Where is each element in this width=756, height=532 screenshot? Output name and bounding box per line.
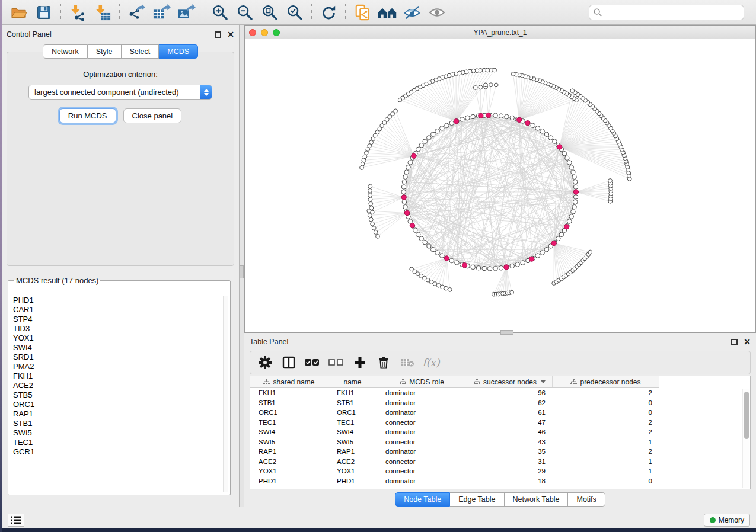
mcds-result-item[interactable]: SWI5	[11, 428, 223, 438]
mcds-hub-node[interactable]	[564, 225, 569, 229]
table-scrollbar[interactable]	[742, 389, 749, 488]
mcds-hub-node[interactable]	[573, 190, 578, 194]
network-node[interactable]	[510, 264, 515, 268]
splitter-grip[interactable]	[240, 265, 244, 278]
mcds-hub-node[interactable]	[504, 265, 509, 270]
add-column-button[interactable]	[352, 355, 368, 370]
network-node[interactable]	[476, 265, 481, 270]
network-node[interactable]	[548, 136, 553, 140]
mcds-result-item[interactable]: CAR1	[11, 305, 223, 315]
mcds-hub-node[interactable]	[525, 121, 530, 126]
delete-column-button[interactable]	[376, 355, 391, 370]
zoom-fit-button[interactable]	[257, 2, 282, 23]
show-all-button[interactable]	[425, 2, 449, 23]
close-panel-icon[interactable]: ✕	[227, 31, 234, 38]
mcds-result-item[interactable]: PMA2	[11, 362, 223, 371]
table-row[interactable]: PHD1PHD1dominator180	[250, 476, 659, 486]
network-node[interactable]	[572, 175, 577, 180]
network-node[interactable]	[440, 126, 445, 131]
network-node[interactable]	[436, 283, 441, 287]
network-node[interactable]	[449, 121, 454, 126]
network-node[interactable]	[471, 265, 476, 270]
network-node[interactable]	[471, 114, 476, 119]
network-node[interactable]	[368, 213, 372, 217]
network-node[interactable]	[427, 136, 432, 140]
network-node[interactable]	[445, 123, 449, 128]
network-node[interactable]	[419, 143, 424, 148]
tab-network[interactable]: Network	[43, 44, 88, 59]
network-node[interactable]	[487, 267, 492, 271]
network-node[interactable]	[499, 265, 503, 270]
network-node[interactable]	[419, 236, 424, 241]
table-row[interactable]: TEC1TEC1connector472	[250, 418, 659, 428]
network-node[interactable]	[440, 254, 445, 258]
mcds-result-item[interactable]: STB5	[11, 390, 223, 400]
network-node[interactable]	[448, 288, 452, 292]
network-node[interactable]	[371, 222, 375, 226]
network-node[interactable]	[427, 244, 432, 249]
network-node[interactable]	[401, 190, 406, 194]
network-node[interactable]	[573, 195, 578, 200]
table-tab-edge-table[interactable]: Edge Table	[450, 492, 504, 507]
network-node[interactable]	[408, 161, 413, 165]
network-node[interactable]	[556, 236, 561, 241]
network-node[interactable]	[588, 250, 592, 254]
column-header-shared-name[interactable]: shared name	[250, 376, 328, 387]
network-node[interactable]	[544, 132, 549, 137]
network-node[interactable]	[531, 123, 535, 128]
network-node[interactable]	[569, 214, 574, 219]
network-node[interactable]	[473, 86, 477, 90]
network-node[interactable]	[573, 200, 578, 204]
tab-select[interactable]: Select	[122, 44, 160, 59]
network-node[interactable]	[479, 85, 483, 89]
network-node[interactable]	[435, 129, 440, 134]
network-node[interactable]	[406, 165, 411, 170]
table-row[interactable]: ORC1ORC1dominator610	[250, 408, 659, 418]
table-tab-motifs[interactable]: Motifs	[568, 492, 605, 507]
network-node[interactable]	[403, 204, 408, 209]
close-panel-button[interactable]: Close panel	[123, 108, 182, 123]
column-header-successor-nodes[interactable]: successor nodes	[467, 376, 553, 387]
mcds-hub-node[interactable]	[454, 119, 458, 124]
mcds-hub-node[interactable]	[557, 145, 562, 149]
network-node[interactable]	[367, 209, 371, 213]
network-node[interactable]	[404, 170, 409, 175]
network-node[interactable]	[444, 286, 448, 290]
refresh-layout-button[interactable]	[316, 2, 341, 23]
network-node[interactable]	[567, 219, 572, 224]
network-node[interactable]	[482, 266, 487, 271]
mcds-hub-node[interactable]	[401, 195, 406, 200]
network-node[interactable]	[398, 98, 402, 102]
mcds-result-item[interactable]: SWI4	[11, 343, 223, 352]
network-node[interactable]	[460, 117, 465, 122]
table-options-button[interactable]	[257, 355, 273, 370]
mcds-result-list[interactable]: PHD1CAR1STP4TID3YOX1SWI4SRD1PMA2FKH1ACE2…	[11, 296, 223, 492]
mcds-result-item[interactable]: STP4	[11, 315, 223, 324]
column-header-predecessor-nodes[interactable]: predecessor nodes	[553, 376, 659, 387]
mcds-result-item[interactable]: RAP1	[11, 409, 223, 419]
network-node[interactable]	[573, 180, 578, 184]
float-panel-icon[interactable]	[215, 31, 221, 38]
mcds-hub-node[interactable]	[479, 113, 483, 118]
import-table-button[interactable]	[90, 2, 115, 23]
network-node[interactable]	[362, 158, 366, 162]
network-node[interactable]	[449, 258, 454, 263]
network-node[interactable]	[540, 251, 545, 255]
column-header-MCDS-role[interactable]: MCDS role	[377, 376, 467, 387]
network-node[interactable]	[511, 72, 515, 76]
horizontal-splitter-grip[interactable]	[500, 330, 513, 335]
network-node[interactable]	[484, 83, 488, 87]
network-node[interactable]	[402, 200, 407, 204]
show-columns-button[interactable]	[281, 355, 296, 370]
mcds-result-item[interactable]: FKH1	[11, 371, 223, 381]
mcds-result-item[interactable]: ORC1	[11, 400, 223, 409]
zoom-in-button[interactable]	[208, 2, 232, 23]
network-node[interactable]	[416, 147, 420, 152]
network-node[interactable]	[402, 180, 407, 184]
network-node[interactable]	[510, 116, 515, 120]
network-node[interactable]	[565, 156, 570, 161]
network-node[interactable]	[361, 162, 365, 166]
network-node[interactable]	[401, 185, 406, 190]
mcds-hub-node[interactable]	[462, 262, 467, 267]
network-node[interactable]	[368, 197, 372, 201]
